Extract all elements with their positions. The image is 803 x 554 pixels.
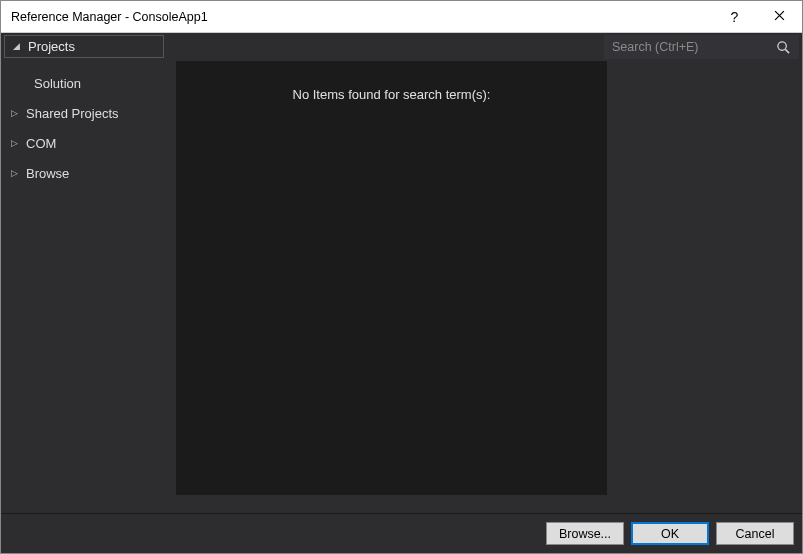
ok-button[interactable]: OK — [631, 522, 709, 545]
category-tab-projects[interactable]: ◢ Projects — [4, 35, 164, 58]
results-panel: No Items found for search term(s): — [176, 61, 607, 495]
search-input[interactable] — [612, 40, 776, 54]
sidebar-item-label: COM — [26, 136, 56, 151]
empty-results-message: No Items found for search term(s): — [293, 87, 491, 495]
details-panel — [607, 60, 802, 513]
expander-right-icon: ▷ — [11, 108, 19, 118]
top-row: ◢ Projects — [1, 33, 802, 60]
browse-button[interactable]: Browse... — [546, 522, 624, 545]
help-button[interactable]: ? — [712, 1, 757, 32]
expander-down-icon: ◢ — [13, 42, 20, 51]
sidebar: Solution ▷ Shared Projects ▷ COM ▷ Brows… — [1, 60, 176, 513]
content-area: No Items found for search term(s): — [176, 60, 802, 513]
sidebar-item-label: Browse — [26, 166, 69, 181]
button-label: OK — [661, 527, 679, 541]
footer: Browse... OK Cancel — [1, 513, 802, 553]
sidebar-item-browse[interactable]: ▷ Browse — [1, 158, 176, 188]
sidebar-item-shared-projects[interactable]: ▷ Shared Projects — [1, 98, 176, 128]
close-button[interactable] — [757, 1, 802, 32]
sidebar-item-label: Shared Projects — [26, 106, 119, 121]
cancel-button[interactable]: Cancel — [716, 522, 794, 545]
close-icon — [774, 10, 785, 24]
button-label: Browse... — [559, 527, 611, 541]
sidebar-item-com[interactable]: ▷ COM — [1, 128, 176, 158]
expander-right-icon: ▷ — [11, 168, 19, 178]
button-label: Cancel — [736, 527, 775, 541]
category-tab-label: Projects — [28, 39, 75, 54]
search-icon[interactable] — [776, 40, 791, 55]
titlebar: Reference Manager - ConsoleApp1 ? — [1, 1, 802, 33]
help-icon: ? — [731, 9, 739, 25]
sidebar-item-solution[interactable]: Solution — [1, 68, 176, 98]
expander-right-icon: ▷ — [11, 138, 19, 148]
reference-manager-dialog: Reference Manager - ConsoleApp1 ? ◢ Proj… — [0, 0, 803, 554]
sidebar-item-label: Solution — [34, 76, 81, 91]
body: Solution ▷ Shared Projects ▷ COM ▷ Brows… — [1, 60, 802, 513]
svg-point-0 — [778, 41, 786, 49]
search-box[interactable] — [604, 35, 799, 59]
window-title: Reference Manager - ConsoleApp1 — [11, 10, 712, 24]
